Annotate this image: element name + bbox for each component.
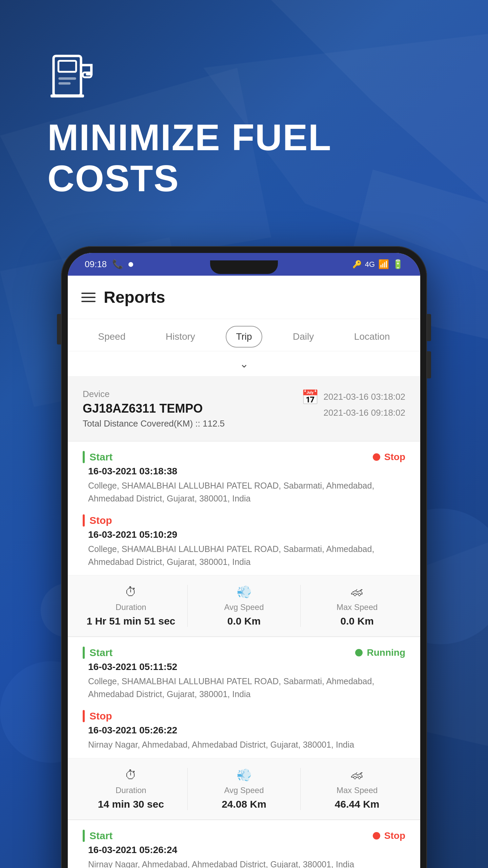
tab-daily[interactable]: Daily	[283, 327, 323, 347]
tab-history[interactable]: History	[156, 327, 205, 347]
trip-1-stats: ⏱ Duration 1 Hr 51 min 51 sec 💨 Avg Spee…	[68, 575, 420, 637]
status-signal: 4G	[365, 260, 375, 269]
trip-2-max-value: 46.44 Km	[335, 798, 380, 810]
trip-1-max-label: Max Speed	[337, 603, 378, 612]
trip-2-max-speed: 🏎 Max Speed 46.44 Km	[301, 768, 413, 810]
svg-rect-12	[50, 94, 84, 97]
phone-mockup: 09:18 📞 🔑 4G 📶 🔋 Reports	[61, 246, 427, 868]
status-key-icon: 🔑	[352, 260, 362, 269]
trip-2-stop-label: Stop	[83, 710, 405, 722]
status-time: 09:18	[85, 259, 107, 270]
power-button[interactable]	[427, 314, 431, 341]
trip-3-header: Start Stop	[68, 820, 420, 845]
trip-2-status-text: Running	[367, 647, 405, 658]
svg-rect-14	[58, 82, 70, 84]
trip-3-start-datetime: 16-03-2021 05:26:24	[68, 845, 420, 858]
trip-3-start-label: Start	[83, 830, 113, 842]
trip-2-avg-label: Avg Speed	[224, 786, 264, 795]
trip-1-header: Start Stop	[68, 441, 420, 466]
trip-2-max-label: Max Speed	[337, 786, 378, 795]
trip-2-start-datetime: 16-03-2021 05:11:52	[68, 662, 420, 675]
trip-entry-2: Start Running 16-03-2021 05:11:52 Colleg…	[68, 637, 420, 820]
device-label: Device	[83, 389, 225, 399]
trip-2-duration-label: Duration	[116, 786, 146, 795]
clock-icon-2: ⏱	[125, 768, 137, 782]
trip-1-duration: ⏱ Duration 1 Hr 51 min 51 sec	[75, 585, 188, 627]
trip-1-status-dot	[373, 453, 380, 461]
trip-1-avg-value: 0.0 Km	[227, 615, 261, 627]
trip-1-max-value: 0.0 Km	[340, 615, 373, 627]
trip-1-stop-address: College, SHAMALBHAI LALLUBHAI PATEL ROAD…	[68, 543, 420, 575]
trip-3-status-text: Stop	[384, 830, 405, 841]
filter-dropdown[interactable]: ⌄	[68, 351, 420, 377]
fuel-icon	[47, 41, 441, 103]
tab-speed[interactable]: Speed	[88, 327, 135, 347]
hero-title: MINIMIZE FUEL COSTS	[47, 117, 441, 199]
status-battery-icon: 🔋	[392, 259, 403, 270]
hamburger-menu[interactable]	[81, 293, 96, 302]
trip-1-status-text: Stop	[384, 452, 405, 462]
calendar-icon: 📅	[301, 389, 319, 406]
trip-1-duration-value: 1 Hr 51 min 51 sec	[86, 615, 175, 627]
svg-rect-13	[58, 77, 76, 80]
svg-rect-10	[58, 61, 76, 72]
notch	[210, 260, 278, 274]
max-speed-icon-1: 🏎	[351, 585, 363, 599]
status-call-icon: 📞	[112, 259, 123, 270]
status-network-icon: 📶	[378, 259, 389, 270]
trip-2-status-badge: Running	[355, 647, 405, 658]
trip-3-status-badge: Stop	[373, 830, 405, 841]
trip-1-avg-speed: 💨 Avg Speed 0.0 Km	[188, 585, 301, 627]
trip-2-stats: ⏱ Duration 14 min 30 sec 💨 Avg Speed 24.…	[68, 758, 420, 820]
device-date-from: 2021-03-16 03:18:02	[324, 389, 405, 405]
chevron-down-icon: ⌄	[240, 358, 249, 370]
trip-1-avg-label: Avg Speed	[224, 603, 264, 612]
trip-2-status-dot	[355, 649, 363, 656]
trip-2-avg-value: 24.08 Km	[222, 798, 266, 810]
trip-1-duration-label: Duration	[116, 603, 146, 612]
device-name: GJ18AZ6311 TEMPO	[83, 401, 225, 416]
trip-1-max-speed: 🏎 Max Speed 0.0 Km	[301, 585, 413, 627]
trip-entry-3: Start Stop 16-03-2021 05:26:24 Nirnay Na…	[68, 820, 420, 868]
trip-2-start-address: College, SHAMALBHAI LALLUBHAI PATEL ROAD…	[68, 675, 420, 707]
speed-icon-1: 💨	[237, 585, 252, 599]
trip-3-status-dot	[373, 832, 380, 840]
device-date-to: 2021-03-16 09:18:02	[324, 405, 405, 421]
volume-down-button[interactable]	[427, 351, 431, 378]
trip-entry-1: Start Stop 16-03-2021 03:18:38 College, …	[68, 441, 420, 637]
trip-2-start-label: Start	[83, 647, 113, 659]
app-title: Reports	[104, 288, 165, 307]
device-distance: Total Distance Covered(KM) :: 112.5	[83, 418, 225, 429]
trip-1-start-address: College, SHAMALBHAI LALLUBHAI PATEL ROAD…	[68, 479, 420, 512]
tab-bar: Speed History Trip Daily Location	[68, 319, 420, 351]
tab-location[interactable]: Location	[345, 327, 400, 347]
clock-icon-1: ⏱	[125, 585, 137, 599]
speed-icon-2: 💨	[237, 768, 252, 782]
max-speed-icon-2: 🏎	[351, 768, 363, 782]
trip-1-stop-datetime: 16-03-2021 05:10:29	[68, 529, 420, 543]
tab-trip[interactable]: Trip	[226, 326, 262, 348]
trip-2-duration-value: 14 min 30 sec	[98, 798, 164, 810]
device-card: Device GJ18AZ6311 TEMPO Total Distance C…	[68, 377, 420, 441]
volume-up-button[interactable]	[57, 314, 61, 344]
trip-1-status-badge: Stop	[373, 452, 405, 462]
hero-section: MINIMIZE FUEL COSTS	[0, 0, 488, 246]
trip-2-stop-address: Nirnay Nagar, Ahmedabad, Ahmedabad Distr…	[68, 738, 420, 758]
trip-1-stop-label: Stop	[83, 514, 405, 527]
trip-2-stop-datetime: 16-03-2021 05:26:22	[68, 725, 420, 738]
app-header: Reports	[68, 276, 420, 319]
trip-1-start-datetime: 16-03-2021 03:18:38	[68, 466, 420, 479]
status-dot	[128, 262, 133, 267]
trip-1-start-label: Start	[83, 451, 113, 463]
trip-3-start-address: Nirnay Nagar, Ahmedabad, Ahmedabad Distr…	[68, 858, 420, 868]
trip-2-duration: ⏱ Duration 14 min 30 sec	[75, 768, 188, 810]
trip-2-avg-speed: 💨 Avg Speed 24.08 Km	[188, 768, 301, 810]
trip-2-header: Start Running	[68, 637, 420, 662]
